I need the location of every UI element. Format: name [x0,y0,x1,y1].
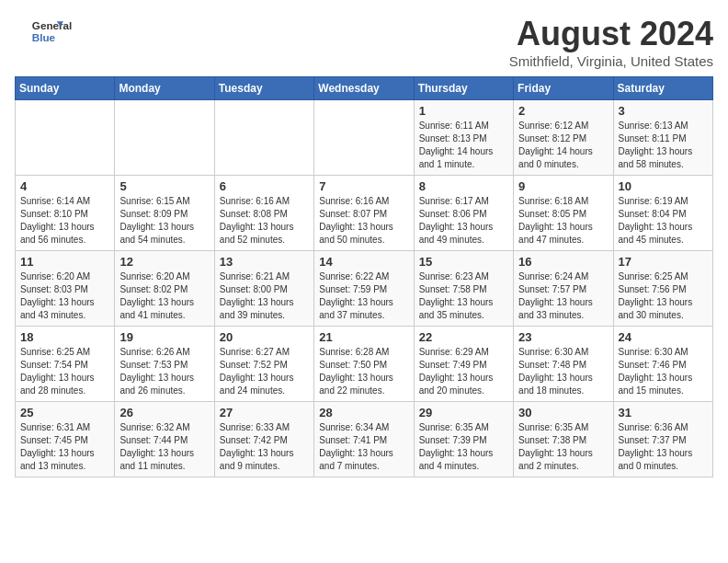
day-number: 3 [619,104,708,118]
day-info: Sunrise: 6:14 AM Sunset: 8:10 PM Dayligh… [20,195,109,247]
calendar-cell: 8Sunrise: 6:17 AM Sunset: 8:06 PM Daylig… [414,176,513,251]
calendar-cell [314,100,414,176]
calendar-week-row: 4Sunrise: 6:14 AM Sunset: 8:10 PM Daylig… [16,176,713,251]
calendar-cell: 9Sunrise: 6:18 AM Sunset: 8:05 PM Daylig… [514,176,613,251]
calendar-week-row: 18Sunrise: 6:25 AM Sunset: 7:54 PM Dayli… [16,327,713,402]
day-number: 13 [220,255,309,269]
calendar-cell: 1Sunrise: 6:11 AM Sunset: 8:13 PM Daylig… [414,100,513,176]
calendar-cell: 26Sunrise: 6:32 AM Sunset: 7:44 PM Dayli… [115,402,214,477]
day-info: Sunrise: 6:36 AM Sunset: 7:37 PM Dayligh… [619,421,708,473]
calendar-cell: 10Sunrise: 6:19 AM Sunset: 8:04 PM Dayli… [613,176,712,251]
calendar-cell: 17Sunrise: 6:25 AM Sunset: 7:56 PM Dayli… [613,251,712,327]
day-number: 30 [518,406,608,419]
calendar-week-row: 11Sunrise: 6:20 AM Sunset: 8:03 PM Dayli… [16,251,713,327]
day-info: Sunrise: 6:24 AM Sunset: 7:57 PM Dayligh… [518,270,608,322]
day-number: 2 [518,104,608,118]
calendar-cell: 30Sunrise: 6:35 AM Sunset: 7:38 PM Dayli… [514,402,613,477]
day-info: Sunrise: 6:28 AM Sunset: 7:50 PM Dayligh… [319,346,408,397]
calendar-cell: 20Sunrise: 6:27 AM Sunset: 7:52 PM Dayli… [214,327,313,402]
day-number: 11 [20,255,109,269]
day-info: Sunrise: 6:23 AM Sunset: 7:58 PM Dayligh… [419,270,508,322]
day-info: Sunrise: 6:33 AM Sunset: 7:42 PM Dayligh… [220,421,309,473]
day-number: 28 [319,406,408,419]
svg-text:Blue: Blue [32,31,56,43]
day-number: 8 [419,179,508,193]
calendar-cell: 4Sunrise: 6:14 AM Sunset: 8:10 PM Daylig… [16,176,115,251]
day-info: Sunrise: 6:13 AM Sunset: 8:11 PM Dayligh… [619,120,708,171]
day-number: 7 [319,179,408,193]
day-number: 25 [20,406,109,419]
calendar-cell: 3Sunrise: 6:13 AM Sunset: 8:11 PM Daylig… [613,100,712,176]
calendar-cell: 24Sunrise: 6:30 AM Sunset: 7:46 PM Dayli… [613,327,712,402]
day-info: Sunrise: 6:30 AM Sunset: 7:46 PM Dayligh… [619,346,708,397]
day-number: 10 [619,179,708,193]
day-number: 21 [319,330,408,344]
day-info: Sunrise: 6:16 AM Sunset: 8:07 PM Dayligh… [319,195,408,247]
day-info: Sunrise: 6:34 AM Sunset: 7:41 PM Dayligh… [319,421,408,473]
day-number: 9 [518,179,608,193]
day-number: 31 [619,406,708,419]
logo: General Blue [15,15,79,48]
calendar-cell: 22Sunrise: 6:29 AM Sunset: 7:49 PM Dayli… [414,327,513,402]
calendar-cell: 12Sunrise: 6:20 AM Sunset: 8:02 PM Dayli… [115,251,214,327]
day-number: 12 [119,255,209,269]
day-info: Sunrise: 6:29 AM Sunset: 7:49 PM Dayligh… [419,346,508,397]
day-number: 19 [119,330,209,344]
col-monday: Monday [115,77,214,100]
day-number: 22 [419,330,508,344]
day-number: 18 [20,330,109,344]
calendar-week-row: 25Sunrise: 6:31 AM Sunset: 7:45 PM Dayli… [16,402,713,477]
day-info: Sunrise: 6:15 AM Sunset: 8:09 PM Dayligh… [119,195,209,247]
calendar-cell: 28Sunrise: 6:34 AM Sunset: 7:41 PM Dayli… [314,402,414,477]
day-info: Sunrise: 6:30 AM Sunset: 7:48 PM Dayligh… [518,346,608,397]
day-info: Sunrise: 6:12 AM Sunset: 8:12 PM Dayligh… [518,120,608,171]
title-block: August 2024 Smithfield, Virginia, United… [509,15,713,69]
day-info: Sunrise: 6:21 AM Sunset: 8:00 PM Dayligh… [220,270,309,322]
day-number: 5 [119,179,209,193]
day-info: Sunrise: 6:35 AM Sunset: 7:38 PM Dayligh… [518,421,608,473]
day-info: Sunrise: 6:19 AM Sunset: 8:04 PM Dayligh… [619,195,708,247]
day-number: 20 [220,330,309,344]
svg-text:General: General [32,19,73,31]
calendar-subtitle: Smithfield, Virginia, United States [509,53,713,69]
calendar-cell: 16Sunrise: 6:24 AM Sunset: 7:57 PM Dayli… [514,251,613,327]
calendar-header-row: Sunday Monday Tuesday Wednesday Thursday… [16,77,713,100]
day-info: Sunrise: 6:25 AM Sunset: 7:54 PM Dayligh… [20,346,109,397]
col-saturday: Saturday [613,77,712,100]
day-number: 26 [119,406,209,419]
calendar-cell: 21Sunrise: 6:28 AM Sunset: 7:50 PM Dayli… [314,327,414,402]
day-info: Sunrise: 6:20 AM Sunset: 8:02 PM Dayligh… [119,270,209,322]
calendar-cell: 18Sunrise: 6:25 AM Sunset: 7:54 PM Dayli… [16,327,115,402]
day-info: Sunrise: 6:22 AM Sunset: 7:59 PM Dayligh… [319,270,408,322]
day-number: 6 [220,179,309,193]
day-info: Sunrise: 6:31 AM Sunset: 7:45 PM Dayligh… [20,421,109,473]
day-info: Sunrise: 6:11 AM Sunset: 8:13 PM Dayligh… [419,120,508,171]
calendar-cell: 27Sunrise: 6:33 AM Sunset: 7:42 PM Dayli… [214,402,313,477]
day-number: 24 [619,330,708,344]
day-info: Sunrise: 6:35 AM Sunset: 7:39 PM Dayligh… [419,421,508,473]
calendar-cell: 25Sunrise: 6:31 AM Sunset: 7:45 PM Dayli… [16,402,115,477]
day-number: 27 [220,406,309,419]
calendar-table: Sunday Monday Tuesday Wednesday Thursday… [15,76,713,477]
col-sunday: Sunday [16,77,115,100]
day-info: Sunrise: 6:20 AM Sunset: 8:03 PM Dayligh… [20,270,109,322]
calendar-cell: 15Sunrise: 6:23 AM Sunset: 7:58 PM Dayli… [414,251,513,327]
calendar-cell: 23Sunrise: 6:30 AM Sunset: 7:48 PM Dayli… [514,327,613,402]
calendar-cell: 29Sunrise: 6:35 AM Sunset: 7:39 PM Dayli… [414,402,513,477]
day-info: Sunrise: 6:32 AM Sunset: 7:44 PM Dayligh… [119,421,209,473]
calendar-title: August 2024 [509,15,713,53]
calendar-cell: 5Sunrise: 6:15 AM Sunset: 8:09 PM Daylig… [115,176,214,251]
day-number: 4 [20,179,109,193]
day-info: Sunrise: 6:17 AM Sunset: 8:06 PM Dayligh… [419,195,508,247]
day-info: Sunrise: 6:27 AM Sunset: 7:52 PM Dayligh… [220,346,309,397]
calendar-cell: 13Sunrise: 6:21 AM Sunset: 8:00 PM Dayli… [214,251,313,327]
calendar-cell: 2Sunrise: 6:12 AM Sunset: 8:12 PM Daylig… [514,100,613,176]
page-header: General Blue August 2024 Smithfield, Vir… [15,15,713,69]
calendar-cell: 19Sunrise: 6:26 AM Sunset: 7:53 PM Dayli… [115,327,214,402]
logo-icon: General Blue [15,15,79,48]
calendar-cell: 31Sunrise: 6:36 AM Sunset: 7:37 PM Dayli… [613,402,712,477]
day-info: Sunrise: 6:25 AM Sunset: 7:56 PM Dayligh… [619,270,708,322]
col-thursday: Thursday [414,77,513,100]
day-number: 1 [419,104,508,118]
day-info: Sunrise: 6:18 AM Sunset: 8:05 PM Dayligh… [518,195,608,247]
